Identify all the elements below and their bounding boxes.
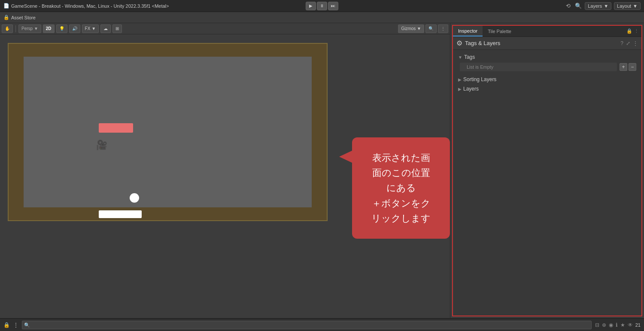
search-scene-button[interactable]: 🔍: [425, 24, 437, 33]
fx-button[interactable]: FX ▼: [82, 24, 99, 33]
lock-icon: 🔒: [3, 15, 9, 20]
game-ball: [130, 193, 139, 203]
tags-content-row: List is Empty + −: [456, 62, 638, 72]
tags-empty-label: List is Empty: [460, 63, 617, 71]
annotation-text: 表示された画面のこの位置にある＋ボタンをクリックします: [371, 152, 431, 224]
status-icon-eye[interactable]: 👁: [628, 322, 633, 328]
inspector-header-right: ? ⤢ ⋮: [620, 40, 638, 46]
status-icon-add[interactable]: ⊕: [602, 322, 606, 328]
window-file-icon: 📄: [3, 3, 9, 9]
tags-action-buttons: + −: [620, 63, 636, 71]
persp-button[interactable]: Persp ▼: [21, 26, 39, 31]
tags-label: Tags: [464, 54, 475, 60]
help-icon[interactable]: ?: [620, 40, 623, 46]
title-bar: ▶ ⏸ ⏭ ⟲ 🔍 Layers ▼ Layout ▼ 📄 GameScene …: [0, 0, 644, 12]
status-icons: ⊟ ⊕ ◉ ℹ ★ 👁 21: [595, 322, 641, 328]
sorting-layers-header[interactable]: ▶ Sorting Layers: [456, 75, 638, 84]
options-button[interactable]: ⋮: [438, 24, 448, 33]
layout-dropdown[interactable]: Layout ▼: [614, 2, 641, 10]
layout-dropdown-arrow: ▼: [633, 3, 638, 9]
scene-viewport: ✋ Persp ▼ 2D 💡 🔊 FX ▼ ☁ ⊞ Gizmos ▼ 🔍 ⋮: [0, 23, 450, 318]
remove-tag-button[interactable]: −: [629, 63, 636, 71]
sorting-layers-label: Sorting Layers: [463, 76, 496, 82]
search-icon[interactable]: 🔍: [574, 2, 582, 10]
history-icon[interactable]: ⟲: [564, 2, 572, 10]
gizmos-label: Gizmos ▼: [401, 26, 421, 31]
inspector-tab-bar: Inspector Tile Palette 🔒 ⋮: [453, 26, 641, 37]
asset-store-button[interactable]: 🔒 Asset Store: [3, 15, 36, 20]
2d-toggle-button[interactable]: 2D: [43, 24, 55, 33]
layers-label: Layers: [463, 86, 479, 92]
step-button[interactable]: ⏭: [328, 2, 338, 10]
inspector-tab-actions: 🔒 ⋮: [626, 28, 641, 34]
audio-button[interactable]: 🔊: [69, 24, 80, 33]
tab-tile-palette[interactable]: Tile Palette: [483, 26, 516, 36]
window-title: GameScene - Breakout - Windows, Mac, Lin…: [11, 3, 169, 9]
status-search-input[interactable]: [22, 321, 592, 329]
annotation-tooltip: 表示された画面のこの位置にある＋ボタンをクリックします: [352, 137, 450, 239]
layers-label: Layers: [588, 3, 602, 9]
asset-store-label: Asset Store: [11, 15, 36, 20]
open-new-icon[interactable]: ⤢: [626, 40, 630, 46]
right-panel: Inspector Tile Palette 🔒 ⋮ ⚙ Tags & Laye…: [450, 23, 644, 318]
gear-icon: ⚙: [456, 39, 462, 47]
more-options-icon[interactable]: ⋮: [633, 40, 638, 46]
play-controls: ▶ ⏸ ⏭: [306, 2, 338, 10]
fx-label: FX ▼: [85, 26, 96, 31]
status-bar: 🔒 ⋮ ⊟ ⊕ ◉ ℹ ★ 👁 21: [0, 318, 644, 331]
lock-tab-icon[interactable]: 🔒: [626, 28, 632, 34]
view-mode-group: Persp ▼: [18, 24, 41, 33]
layers-section: ▶ Layers: [453, 84, 641, 94]
layers-dropdown[interactable]: Layers ▼: [585, 2, 611, 10]
game-inner: 🎥: [24, 57, 312, 207]
title-bar-right: ⟲ 🔍 Layers ▼ Layout ▼: [564, 0, 641, 12]
sorting-layers-section: ▶ Sorting Layers: [453, 75, 641, 84]
hand-tool-button[interactable]: ✋: [2, 24, 13, 33]
game-brick: [99, 123, 133, 133]
tab-inspector[interactable]: Inspector: [453, 26, 483, 36]
status-icon-star[interactable]: ★: [620, 322, 625, 328]
scene-content: 🎥 表示された画面のこの位置にある＋ボタンをクリックします: [0, 34, 450, 318]
inspector-title: Tags & Layers: [465, 40, 500, 46]
tags-section-header[interactable]: ▼ Tags: [456, 52, 638, 62]
main-area: ✋ Persp ▼ 2D 💡 🔊 FX ▼ ☁ ⊞ Gizmos ▼ 🔍 ⋮: [0, 23, 644, 318]
layout-label: Layout: [617, 3, 631, 9]
layers-dropdown-arrow: ▼: [604, 3, 608, 9]
layers-section-header[interactable]: ▶ Layers: [456, 84, 638, 94]
scene-toolbar: ✋ Persp ▼ 2D 💡 🔊 FX ▼ ☁ ⊞ Gizmos ▼ 🔍 ⋮: [0, 23, 450, 34]
game-paddle: [99, 210, 142, 218]
status-more-icon[interactable]: ⋮: [13, 322, 18, 328]
tags-section: ▼ Tags List is Empty + −: [453, 50, 641, 75]
toolbar-separator: [15, 25, 16, 32]
inspector-panel: Inspector Tile Palette 🔒 ⋮ ⚙ Tags & Laye…: [452, 25, 642, 316]
status-lock-icon[interactable]: 🔒: [3, 322, 10, 328]
gizmos-button[interactable]: Gizmos ▼: [398, 24, 424, 33]
pause-button[interactable]: ⏸: [317, 2, 327, 10]
game-canvas: 🎥: [8, 43, 328, 221]
add-tag-button[interactable]: +: [620, 63, 627, 71]
sorting-layers-arrow-icon: ▶: [458, 77, 462, 82]
status-icon-target[interactable]: ◉: [609, 322, 613, 328]
gizmos-area: Gizmos ▼ 🔍 ⋮: [398, 24, 448, 33]
camera-icon: 🎥: [96, 140, 107, 151]
status-count: 21: [635, 322, 641, 328]
lighting-button[interactable]: 💡: [56, 24, 67, 33]
status-icon-layers[interactable]: ⊟: [595, 322, 599, 328]
scene-view-button[interactable]: ☁: [100, 24, 111, 33]
inspector-header: ⚙ Tags & Layers ? ⤢ ⋮: [453, 37, 641, 50]
play-button[interactable]: ▶: [306, 2, 316, 10]
top-toolbar: 🔒 Asset Store: [0, 12, 644, 23]
tags-arrow-icon: ▼: [458, 55, 462, 60]
more-tab-icon[interactable]: ⋮: [634, 28, 639, 34]
status-icon-info[interactable]: ℹ: [616, 322, 618, 328]
layers-arrow-icon: ▶: [458, 87, 462, 91]
grid-button[interactable]: ⊞: [112, 24, 122, 33]
